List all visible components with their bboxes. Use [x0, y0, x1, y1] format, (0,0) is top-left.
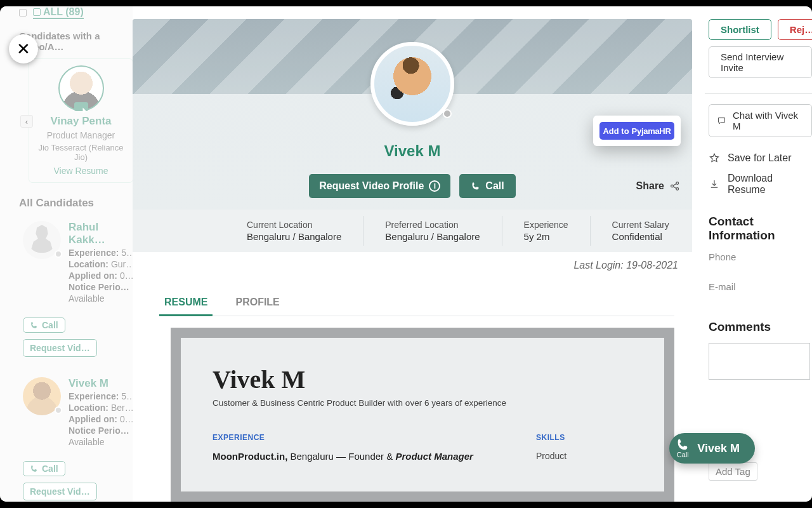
send-interview-invite-button[interactable]: Send Interview Invite: [709, 46, 812, 78]
avatar: [23, 377, 61, 415]
profile-tabs: RESUME PROFILE: [163, 291, 674, 316]
request-video-profile-button[interactable]: Request Video Profile i: [309, 174, 450, 198]
presence-dot: [55, 250, 62, 258]
profile-hero: Vivek M Request Video Profile i Call Sha…: [133, 19, 692, 210]
meta-salary: Current Salary Confidential: [591, 216, 691, 246]
call-button[interactable]: Call: [23, 318, 65, 333]
featured-name: Vinay Penta: [34, 115, 128, 128]
comments-input[interactable]: [709, 343, 810, 380]
candidate-name: Rahul Kakk…: [69, 221, 135, 246]
tab-all-checkbox-icon: [33, 8, 41, 16]
comments-heading: Comments: [709, 320, 812, 334]
request-video-button[interactable]: Request Vid…: [23, 483, 97, 500]
pyjamahr-logo: PyjamaHR: [632, 126, 671, 136]
meta-current-location: Current Location Bengaluru / Bangalore: [133, 216, 363, 246]
floating-call-button[interactable]: Call Vivek M: [669, 433, 755, 464]
resume-skill-item: Product: [536, 451, 632, 461]
phone-icon: Call: [676, 438, 690, 458]
chat-button[interactable]: Chat with Vivek M: [709, 104, 812, 137]
meta-preferred-location: Preferred Location Bengaluru / Bangalore: [363, 216, 502, 246]
resume-viewer[interactable]: Vivek M Customer & Business Centric Prod…: [171, 328, 674, 502]
contact-info-heading: Contact Information: [709, 215, 812, 243]
view-resume-link[interactable]: View Resume: [34, 166, 128, 176]
save-for-later-button[interactable]: Save for Later: [709, 152, 812, 164]
presence-dot: [55, 406, 62, 414]
shortlist-button[interactable]: Shortlist: [709, 19, 771, 40]
svg-line-4: [673, 187, 676, 189]
candidate-row[interactable]: Rahul Kakk… Experience: 5… Location: Gur…: [0, 215, 133, 359]
featured-candidate-card[interactable]: ‹ Vinay Penta Product Manager Jio Tesser…: [29, 58, 133, 183]
request-video-button[interactable]: Request Vid…: [23, 339, 97, 357]
phone-label: Phone: [709, 251, 812, 262]
candidate-name: Vivek M: [69, 377, 135, 390]
phone-icon: [30, 321, 38, 330]
candidate-profile-modal: Vivek M Request Video Profile i Call Sha…: [133, 6, 812, 502]
resume-name: Vivek M: [213, 364, 632, 394]
play-icon: [82, 108, 86, 114]
profile-right-rail: Shortlist Rej… Send Interview Invite Cha…: [705, 6, 812, 502]
add-tag-input[interactable]: Add Tag: [709, 462, 757, 481]
share-button[interactable]: Share: [636, 180, 681, 192]
all-candidates-heading: All Candidates: [0, 183, 133, 215]
email-label: E-mail: [709, 281, 812, 292]
profile-avatar: [370, 42, 454, 126]
list-tabs: ALL (89): [0, 6, 133, 19]
carousel-prev-button[interactable]: ‹: [20, 115, 33, 128]
last-login: Last Login: 19-08-2021: [133, 260, 692, 284]
resume-section-experience: EXPERIENCE: [213, 433, 485, 442]
share-icon: [669, 180, 681, 192]
star-icon: [709, 152, 720, 164]
info-icon: i: [429, 180, 440, 192]
resume-section-skills: SKILLS: [536, 433, 632, 442]
call-pill-name: Vivek M: [697, 442, 740, 455]
divider: [705, 93, 812, 94]
resume-tagline: Customer & Business Centric Product Buil…: [213, 398, 632, 408]
presence-dot: [443, 109, 452, 118]
download-resume-button[interactable]: Download Resume: [709, 173, 812, 196]
resume-document: Vivek M Customer & Business Centric Prod…: [181, 338, 664, 491]
featured-role: Product Manager: [34, 130, 128, 140]
phone-icon: [471, 182, 480, 191]
meta-experience: Experience 5y 2m: [502, 216, 591, 246]
select-all-checkbox[interactable]: [19, 9, 27, 17]
close-button[interactable]: ✕: [9, 34, 38, 64]
candidate-row[interactable]: Vivek M Experience: 5… Location: Ber… Ap…: [0, 371, 133, 502]
extension-highlight: Add to PyjamaHR: [593, 116, 681, 146]
call-button[interactable]: Call: [459, 174, 515, 198]
close-icon: ✕: [16, 39, 30, 59]
reject-button[interactable]: Rej…: [778, 19, 812, 40]
tab-all-label: ALL (89): [43, 6, 84, 18]
tab-profile[interactable]: PROFILE: [234, 291, 280, 316]
candidate-list-panel: ALL (89) Candidates with a Video/A… ‹ Vi…: [0, 6, 133, 502]
featured-avatar: [58, 65, 104, 111]
add-to-pyjamahr-button[interactable]: Add to PyjamaHR: [599, 122, 674, 140]
svg-line-3: [673, 184, 676, 185]
tab-resume[interactable]: RESUME: [163, 291, 209, 316]
resume-experience-entry: MoonProduct.in, Bengaluru — Founder & Pr…: [213, 451, 485, 462]
tab-all[interactable]: ALL (89): [33, 6, 84, 19]
call-button[interactable]: Call: [23, 461, 65, 476]
chat-icon: [717, 116, 726, 126]
phone-icon: [30, 465, 38, 473]
download-icon: [709, 178, 720, 190]
avatar-placeholder: [23, 221, 61, 259]
featured-company: Jio Tesseract (Reliance Jio): [34, 143, 128, 162]
profile-meta-row: Current Location Bengaluru / Bangalore P…: [133, 210, 692, 252]
